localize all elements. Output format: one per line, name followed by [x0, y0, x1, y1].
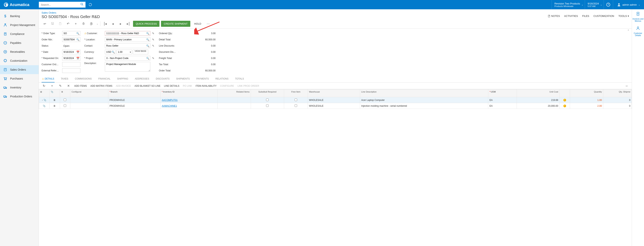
sidebar-item-sales-orders[interactable]: Sales Orders — [0, 65, 39, 74]
sidebar-item-banking[interactable]: $ Banking — [0, 12, 39, 20]
clipboard-button[interactable] — [88, 20, 94, 27]
tab-taxes[interactable]: TAXES — [60, 75, 68, 82]
currency-rate-input[interactable]: ▾ — [116, 50, 132, 54]
row-attach-icon[interactable]: 📎 — [39, 103, 50, 109]
location-input[interactable]: 🔍 — [105, 37, 150, 42]
order-type-input[interactable]: 🔍 — [62, 31, 80, 36]
global-search[interactable] — [39, 2, 86, 7]
table-row[interactable]: 📎 🗎 PRODWHOLE AAMACHINE1 WHOLESALE Injec… — [39, 103, 632, 109]
cell-warehouse[interactable]: WHOLESALE — [308, 103, 360, 109]
grid-edit-button[interactable]: ✎ — [58, 84, 62, 88]
col-unit-cost[interactable]: Unit Cost — [517, 89, 560, 97]
row-note-icon[interactable]: 🗎 — [49, 103, 60, 109]
tools-action[interactable]: TOOLS ▾ — [618, 14, 629, 17]
save-button[interactable] — [57, 20, 63, 27]
search-input[interactable] — [41, 3, 80, 6]
lookup-icon[interactable]: 🔍 — [146, 32, 149, 35]
lookup-icon[interactable]: 🔍 — [112, 51, 115, 53]
project-input[interactable]: 🔍 — [105, 56, 150, 60]
tab-relations[interactable]: RELATIONS — [215, 75, 229, 82]
cell-related-items[interactable] — [218, 103, 251, 109]
cell-uom[interactable]: EA — [488, 103, 517, 109]
grid-overflow-button[interactable]: ↔ — [624, 84, 629, 88]
lookup-icon[interactable]: 🔍 — [146, 38, 149, 41]
collapse-form-icon[interactable]: ⌃ — [627, 29, 630, 32]
prev-button[interactable]: ◂ — [110, 20, 116, 27]
cell-quantity[interactable]: 1.00 — [570, 97, 603, 103]
cell-inventory-id[interactable]: AAMACHINE1 — [160, 103, 218, 109]
sidebar-item-project-management[interactable]: Project Management — [0, 20, 39, 29]
right-rail-invoices[interactable]: Invoices and Memos — [632, 12, 644, 22]
calendar-icon[interactable]: 📅 — [76, 57, 80, 60]
calendar-icon[interactable]: 📅 — [76, 51, 80, 53]
cell-configurat[interactable] — [70, 97, 108, 103]
more-actions-button[interactable]: ⋯ — [205, 20, 211, 27]
quick-process-button[interactable]: QUICK PROCESS — [133, 21, 160, 27]
col-notes[interactable]: 🗎 — [60, 89, 70, 97]
col-free-item[interactable]: Free Item — [284, 89, 308, 97]
cell-related-items[interactable] — [218, 97, 251, 103]
line-details-button[interactable]: LINE DETAILS — [164, 85, 179, 87]
lookup-icon[interactable]: 🔍 — [146, 57, 149, 60]
last-button[interactable]: ▸⎮ — [125, 20, 132, 27]
tab-discounts[interactable]: DISCOUNTS — [155, 75, 170, 82]
tenant-selector[interactable]: Revision Two Products Products Wholesale… — [552, 0, 585, 9]
row-expand-icon[interactable]: › — [42, 99, 43, 101]
add-matrix-items-button[interactable]: ADD MATRIX ITEMS — [90, 85, 112, 87]
cell-unit-cost[interactable]: 20,000.00 — [517, 103, 560, 109]
files-action[interactable]: FILES — [582, 14, 589, 17]
cell-warehouse[interactable]: WHOLESALE — [308, 97, 360, 103]
cell-line-description[interactable]: Acer Laptop Computer — [360, 97, 488, 103]
cell-inventory-id[interactable]: AACOMPUT01 — [160, 97, 218, 103]
add-items-button[interactable]: ADD ITEMS — [74, 85, 87, 87]
edit-icon[interactable]: ✎ — [152, 57, 155, 60]
col-configurat[interactable]: Configurat — [70, 89, 108, 97]
col-quantity[interactable]: Quantity — [570, 89, 603, 97]
description-input[interactable] — [105, 62, 150, 72]
grid-refresh-button[interactable]: ↻ — [42, 84, 46, 88]
lookup-icon[interactable]: 🔍 — [76, 38, 80, 41]
date-input[interactable]: 📅 — [62, 50, 80, 54]
save-close-button[interactable]: 🖫 — [49, 20, 56, 27]
cell-configurat[interactable] — [70, 103, 108, 109]
cell-uom[interactable]: EA — [488, 97, 517, 103]
user-menu[interactable]: admin admin ⌄ — [613, 0, 644, 9]
item-availability-button[interactable]: ITEM AVAILABILITY — [196, 85, 216, 87]
first-button[interactable]: ⎮◂ — [102, 20, 108, 27]
caret-down-icon[interactable]: ▾ — [130, 51, 131, 53]
help-button[interactable]: ? — [604, 0, 613, 9]
delete-button[interactable] — [80, 20, 86, 27]
right-rail-customer-details[interactable]: Customer Details — [632, 26, 644, 36]
cell-substituti[interactable] — [251, 97, 284, 103]
order-nbr-input[interactable]: 🔍 — [62, 37, 80, 42]
customer-ord-input[interactable] — [62, 62, 80, 67]
cell-substituti[interactable] — [251, 103, 284, 109]
search-icon[interactable] — [80, 3, 84, 6]
tab-shipping[interactable]: SHIPPING — [117, 75, 128, 82]
sidebar-item-production-orders[interactable]: Production Orders — [0, 92, 39, 101]
contact-input[interactable]: 🔍 — [105, 43, 150, 48]
row-checkbox[interactable] — [60, 103, 70, 109]
notes-action[interactable]: NOTES — [548, 14, 560, 17]
undo-button[interactable]: ↶ — [65, 20, 71, 27]
view-base-button[interactable]: VIEW BASE — [133, 50, 148, 54]
activities-action[interactable]: ACTIVITIES — [564, 14, 578, 17]
tab-payments[interactable]: PAYMENTS — [196, 75, 209, 82]
tab-details[interactable]: ⚠DETAILS — [42, 75, 54, 82]
col-related-items[interactable]: Related Items — [218, 89, 251, 97]
refresh-button[interactable] — [86, 0, 95, 9]
hold-button[interactable]: HOLD — [192, 21, 204, 27]
lookup-icon[interactable]: 🔍 — [76, 32, 80, 35]
sidebar-item-payables[interactable]: Payables — [0, 38, 39, 47]
customer-input[interactable]: 🔍 — [105, 31, 150, 36]
table-row[interactable]: › 📎 🗎 PRODWHOLE AACOMPUT01 WHOLESALE Ace… — [39, 97, 632, 103]
col-branch[interactable]: Branch — [108, 89, 160, 97]
edit-icon[interactable]: ✎ — [152, 38, 155, 41]
edit-icon[interactable]: ✎ — [152, 32, 155, 35]
sidebar-item-purchases[interactable]: Purchases — [0, 74, 39, 83]
col-warehouse[interactable]: Warehouse — [308, 89, 360, 97]
sidebar-item-inventory[interactable]: Inventory — [0, 83, 39, 92]
col-qty-shipme[interactable]: Qty. Shipme — [603, 89, 632, 97]
clipboard-caret[interactable]: ⌄ — [96, 20, 99, 27]
breadcrumb[interactable]: Sales Orders — [39, 9, 632, 14]
